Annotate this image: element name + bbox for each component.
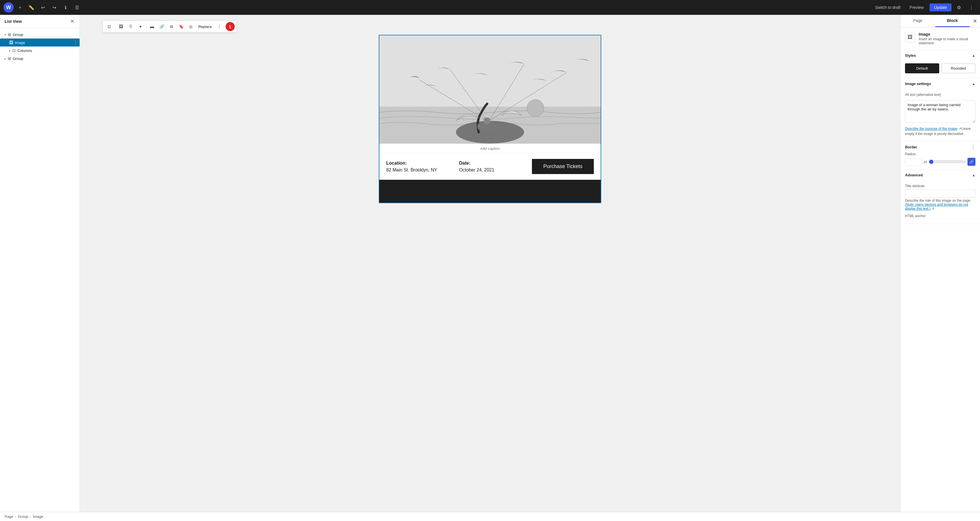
location-col: Location: 82 Main St. Brooklyn, NY	[386, 161, 459, 173]
list-item-group1[interactable]: ▾ ⊞ Group	[0, 30, 80, 38]
radius-control: px 🔗	[905, 158, 975, 166]
tab-page[interactable]: Page	[900, 15, 935, 27]
breadcrumb-image[interactable]: Image	[33, 515, 43, 519]
title-attr-label: Title attribute	[905, 184, 975, 188]
border-more-button[interactable]: ⋮	[971, 144, 975, 150]
add-block-button[interactable]: ＋	[15, 2, 25, 13]
caption-button[interactable]: 🔖	[177, 22, 186, 31]
style-rounded[interactable]: Rounded	[942, 63, 976, 73]
radius-slider[interactable]	[929, 159, 966, 164]
step-badge: 1	[226, 22, 235, 31]
update-button[interactable]: Update	[929, 3, 951, 11]
date-value: October 24, 2021	[459, 167, 531, 173]
styles-panel-body: Default Rounded	[900, 63, 980, 78]
title-attr-note[interactable]: (Note: many devices and browsers do not …	[905, 202, 968, 210]
date-col: Date: October 24, 2021	[459, 161, 531, 173]
chevron-up-icon: ▲	[972, 54, 975, 57]
styles-panel-header[interactable]: Styles ▲	[900, 50, 980, 61]
alt-text-input[interactable]: Image of a woman being carried through t…	[905, 100, 975, 123]
advanced-header[interactable]: Advanced ▲	[900, 169, 980, 181]
styles-title: Styles	[905, 53, 916, 57]
preview-button[interactable]: Preview	[906, 3, 927, 11]
image-icon: 🖼	[9, 40, 13, 45]
list-view-close-button[interactable]: ✕	[70, 18, 75, 24]
alt-text-link[interactable]: Describe the purpose of the image	[905, 127, 957, 131]
block-info: 🖼 Image Insert an image to make a visual…	[900, 27, 980, 50]
list-item-group2[interactable]: ▸ ⊞ Group	[0, 54, 80, 62]
border-title: Border	[905, 145, 917, 149]
image-block: Add caption	[379, 35, 601, 153]
radius-input[interactable]	[905, 158, 922, 166]
chevron-down-icon: ▾	[5, 33, 6, 36]
drag-handle[interactable]: ⠿	[126, 22, 135, 31]
group-icon: ⊞	[8, 56, 11, 61]
replace-button[interactable]: Replace	[196, 23, 214, 30]
top-bar: W ＋ ✏️ ↩ ↪ ℹ ☰ Switch to draft Preview U…	[0, 0, 980, 15]
purchase-tickets-button[interactable]: Purchase Tickets	[532, 159, 594, 174]
tab-block[interactable]: Block	[935, 15, 970, 27]
alt-text-label: Alt text (alternative text)	[905, 93, 975, 97]
image-settings-section: Image settings ▲ Alt text (alternative t…	[900, 78, 980, 141]
px-label: px	[924, 160, 927, 164]
wordpress-logo[interactable]: W	[3, 2, 14, 13]
block-icon: 🖼	[905, 32, 915, 42]
breadcrumb-group[interactable]: Group	[18, 515, 28, 519]
align-button[interactable]: ▬	[148, 22, 157, 31]
block-name: Image	[919, 32, 975, 37]
advanced-title: Advanced	[905, 173, 923, 177]
chevron-right-icon: ▸	[5, 57, 6, 60]
chevron-right-icon: ▸	[9, 49, 11, 52]
swan-illustration	[379, 35, 601, 144]
title-attr-help: Describe the role of this image on the p…	[905, 199, 975, 210]
settings-button[interactable]: ⚙	[954, 2, 964, 13]
image-container[interactable]	[379, 35, 601, 144]
style-default[interactable]: Default	[905, 63, 939, 73]
more-options-button[interactable]: ⋮	[215, 22, 224, 31]
top-bar-left: W ＋ ✏️ ↩ ↪ ℹ ☰	[3, 2, 82, 13]
image-settings-title: Image settings	[905, 81, 931, 86]
breadcrumb-page[interactable]: Page	[5, 515, 13, 519]
sidebar-close-button[interactable]: ✕	[970, 15, 980, 27]
link-radius-button[interactable]: 🔗	[967, 158, 975, 166]
move-up-down-button[interactable]: ▾	[136, 22, 145, 31]
list-item-label: Columns	[18, 48, 77, 53]
list-view-tree: ▾ ⊞ Group 🖼 Image ⋮ ▸ ⊡ Columns ▸ ⊞ Grou…	[0, 28, 80, 65]
black-bar	[379, 180, 601, 202]
block-toolbar: ⊡ 🖼 ⠿ ▾ ▬ 🔗 ⧉ 🔖 ◎ Replace ⋮ 1	[103, 21, 237, 32]
block-info-text: Image Insert an image to make a visual s…	[919, 32, 975, 45]
list-item-label: Group	[13, 56, 77, 61]
image-icon-btn[interactable]: 🖼	[116, 22, 126, 31]
list-item-label: Group	[13, 32, 77, 37]
options-button[interactable]: ⋮	[966, 2, 977, 13]
tools-button[interactable]: ✏️	[26, 2, 37, 13]
crop-button[interactable]: ⧉	[167, 22, 176, 31]
more-options-icon: ⋮	[74, 40, 77, 45]
duotone-button[interactable]: ◎	[186, 22, 196, 31]
chevron-up-icon: ▲	[972, 173, 975, 177]
border-section: Border ⋮ Radius px 🔗	[900, 141, 980, 169]
switch-to-draft-button[interactable]: Switch to draft	[872, 3, 904, 11]
image-caption[interactable]: Add caption	[379, 144, 601, 153]
link-button[interactable]: 🔗	[157, 22, 166, 31]
location-label: Location:	[386, 161, 459, 166]
redo-button[interactable]: ↪	[49, 2, 59, 13]
list-item-image[interactable]: 🖼 Image ⋮	[0, 38, 80, 46]
location-value: 82 Main St. Brooklyn, NY	[386, 167, 459, 173]
chevron-up-icon: ▲	[972, 82, 975, 86]
sidebar-tabs: Page Block ✕	[900, 15, 980, 27]
main-layout: List View ✕ ▾ ⊞ Group 🖼 Image ⋮ ▸ ⊡ Colu…	[0, 15, 980, 512]
undo-button[interactable]: ↩	[38, 2, 48, 13]
breadcrumb-sep: ›	[30, 515, 31, 519]
list-view-title: List View	[5, 19, 22, 24]
image-settings-header[interactable]: Image settings ▲	[900, 78, 980, 89]
list-view-button[interactable]: ☰	[72, 2, 82, 13]
list-view-header: List View ✕	[0, 15, 80, 28]
border-header: Border ⋮	[900, 141, 980, 152]
right-sidebar: Page Block ✕ 🖼 Image Insert an image to …	[900, 15, 980, 512]
select-parent-button[interactable]: ⊡	[105, 22, 114, 31]
details-button[interactable]: ℹ	[60, 2, 71, 13]
svg-point-6	[484, 117, 490, 124]
title-attr-input[interactable]	[905, 189, 975, 198]
advanced-section: Advanced ▲ Title attribute Describe the …	[900, 169, 980, 224]
list-item-columns[interactable]: ▸ ⊡ Columns	[0, 46, 80, 54]
